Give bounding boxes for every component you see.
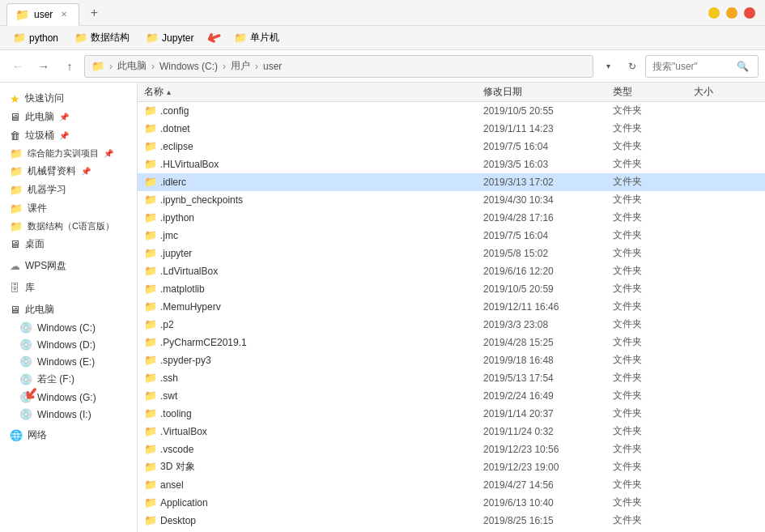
col-header-name[interactable]: 名称 ▴ [144, 85, 483, 99]
table-row[interactable]: 📁 .dotnet 2019/1/11 14:23 文件夹 [138, 120, 765, 138]
file-name-cell: 📁 .jmc [144, 229, 483, 241]
table-row[interactable]: 📁 .ipython 2019/4/28 17:16 文件夹 [138, 209, 765, 227]
up-button[interactable]: ↑ [58, 55, 81, 78]
new-tab-button[interactable]: + [83, 2, 105, 24]
file-date-cell: 2019/4/28 17:16 [483, 212, 613, 223]
sidebar-item-robot[interactable]: 📁 机械臂资料 📌 [0, 162, 137, 181]
sidebar-item-ml[interactable]: 📁 机器学习 [0, 181, 137, 199]
table-row[interactable]: 📁 .jmc 2019/7/5 16:04 文件夹 [138, 227, 765, 245]
address-segment-drive[interactable]: Windows (C:) [159, 61, 218, 72]
sidebar-label-drive-d: Windows (D:) [37, 339, 96, 351]
nav-bar: ← → ↑ 📁 › 此电脑 › Windows (C:) › 用户 › user… [0, 50, 765, 83]
table-row[interactable]: 📁 .LdVirtualBox 2019/6/16 12:20 文件夹 [138, 262, 765, 280]
table-row[interactable]: 📁 .swt 2019/2/24 16:49 文件夹 [138, 387, 765, 405]
file-name-text: .jupyter [160, 248, 192, 259]
file-name-text: .eclipse [160, 141, 193, 152]
sidebar-label-library: 库 [25, 281, 35, 295]
file-name-text: ansel [160, 479, 184, 491]
folder-icon: 📁 [144, 479, 157, 491]
tab-close-button[interactable]: ✕ [57, 8, 70, 21]
table-row[interactable]: 📁 .spyder-py3 2019/9/18 16:48 文件夹 [138, 351, 765, 369]
disk-icon-i: 💿 [19, 408, 32, 420]
table-row[interactable]: 📁 Application 2019/6/13 10:40 文件夹 [138, 494, 765, 512]
file-date-cell: 2019/2/24 16:49 [483, 390, 613, 402]
file-type-cell: 文件夹 [613, 406, 694, 420]
table-row[interactable]: 📁 .tooling 2019/1/14 20:37 文件夹 [138, 405, 765, 423]
file-date-cell: 2019/10/5 20:59 [483, 283, 613, 295]
table-row[interactable]: 📁 .idlerc 2019/3/13 17:02 文件夹 [138, 173, 765, 191]
table-row[interactable]: 📁 .HLVirtualBox 2019/3/5 16:03 文件夹 [138, 155, 765, 173]
close-button[interactable] [744, 7, 755, 19]
bookmark-python[interactable]: 📁 python [6, 29, 65, 46]
address-bar[interactable]: 📁 › 此电脑 › Windows (C:) › 用户 › user [84, 55, 593, 78]
sidebar-item-this-pc-top[interactable]: 🖥 此电脑 📌 [0, 108, 137, 126]
bookmark-label: python [29, 32, 58, 44]
table-row[interactable]: 📁 Desktop 2019/8/25 16:15 文件夹 [138, 512, 765, 530]
maximize-button[interactable] [726, 7, 737, 19]
table-row[interactable]: 📁 ansel 2019/4/27 14:56 文件夹 [138, 476, 765, 494]
col-header-size[interactable]: 大小 [694, 85, 759, 99]
sidebar-item-quick-access[interactable]: ★ 快速访问 [0, 89, 137, 108]
folder-icon-course: 📁 [10, 202, 23, 215]
bookmark-datastructure[interactable]: 📁 数据结构 [68, 28, 136, 47]
table-row[interactable]: 📁 .matplotlib 2019/10/5 20:59 文件夹 [138, 280, 765, 298]
sidebar-item-this-pc[interactable]: 🖥 此电脑 [0, 300, 137, 319]
col-header-type[interactable]: 类型 [613, 85, 694, 99]
sidebar-label-quick-access: 快速访问 [25, 92, 64, 105]
bookmark-label4: 单片机 [250, 31, 279, 45]
table-row[interactable]: 📁 .jupyter 2019/5/8 15:02 文件夹 [138, 245, 765, 262]
table-row[interactable]: 📁 3D 对象 2019/12/23 19:00 文件夹 [138, 458, 765, 476]
sidebar-item-drive-c[interactable]: 💿 Windows (C:) [0, 319, 137, 336]
col-header-date[interactable]: 修改日期 [483, 85, 613, 99]
address-segment-computer[interactable]: 此电脑 [117, 59, 147, 73]
forward-button[interactable]: → [32, 55, 55, 78]
address-segment-users[interactable]: 用户 [231, 59, 250, 73]
table-row[interactable]: 📁 .vscode 2019/12/23 10:56 文件夹 [138, 440, 765, 458]
file-type-cell: 文件夹 [613, 317, 694, 331]
table-row[interactable]: 📁 .config 2019/10/5 20:55 文件夹 [138, 102, 765, 120]
minimize-button[interactable] [708, 7, 720, 19]
window-controls [708, 7, 765, 19]
sidebar-item-network[interactable]: 🌐 网络 [0, 426, 137, 445]
table-row[interactable]: 📁 .eclipse 2019/7/5 16:04 文件夹 [138, 138, 765, 155]
table-row[interactable]: 📁 .ipynb_checkpoints 2019/4/30 10:34 文件夹 [138, 191, 765, 209]
bookmark-microcontroller[interactable]: 📁 单片机 [227, 28, 286, 47]
search-box[interactable]: 🔍 [645, 55, 759, 78]
sidebar-item-ds[interactable]: 📁 数据结构（C语言版） [0, 218, 137, 235]
sidebar-item-drive-d[interactable]: 💿 Windows (D:) [0, 336, 137, 353]
sidebar-item-drive-i[interactable]: 💿 Windows (I:) [0, 406, 137, 423]
folder-icon: 📁 [144, 496, 157, 509]
bookmark-jupyter[interactable]: 📁 Jupyter [139, 29, 200, 46]
back-button[interactable]: ← [6, 55, 29, 78]
sidebar-item-course[interactable]: 📁 课件 [0, 199, 137, 218]
file-date-cell: 2019/5/8 15:02 [483, 248, 613, 259]
file-name-text: .idlerc [160, 177, 186, 188]
sidebar-item-trash[interactable]: 🗑 垃圾桶 📌 [0, 126, 137, 145]
address-segment-user[interactable]: user [263, 61, 282, 72]
dropdown-button[interactable]: ▾ [597, 55, 619, 78]
table-row[interactable]: 📁 .VirtualBox 2019/11/24 0:32 文件夹 [138, 423, 765, 440]
table-row[interactable]: 📁 .p2 2019/3/3 23:08 文件夹 [138, 316, 765, 334]
sidebar-item-drive-f[interactable]: 💿 若尘 (F:) [0, 370, 137, 389]
sidebar-item-drive-g[interactable]: 💿 Windows (G:) [0, 389, 137, 406]
search-input[interactable] [652, 61, 733, 72]
table-row[interactable]: 📁 .MemuHyperv 2019/12/11 16:46 文件夹 [138, 298, 765, 316]
window-tab[interactable]: 📁 user ✕ [6, 3, 79, 26]
sidebar-item-training[interactable]: 📁 综合能力实训项目 📌 [0, 145, 137, 162]
sidebar-item-library[interactable]: 🗄 库 [0, 279, 137, 297]
trash-icon: 🗑 [10, 130, 20, 142]
file-type-cell: 文件夹 [613, 353, 694, 367]
folder-icon-ds: 📁 [10, 220, 23, 232]
file-name-text: .MemuHyperv [160, 301, 221, 313]
refresh-button[interactable]: ↻ [623, 57, 642, 76]
file-type-cell: 文件夹 [613, 175, 694, 189]
sidebar-item-desktop[interactable]: 🖥 桌面 [0, 235, 137, 253]
file-date-cell: 2019/4/30 10:34 [483, 194, 613, 206]
table-row[interactable]: 📁 .ssh 2019/5/13 17:54 文件夹 [138, 369, 765, 387]
folder-icon: 📁 [144, 265, 157, 277]
file-name-cell: 📁 ansel [144, 479, 483, 491]
file-name-cell: 📁 .ssh [144, 372, 483, 384]
table-row[interactable]: 📁 .PyCharmCE2019.1 2019/4/28 15:25 文件夹 [138, 334, 765, 351]
sidebar-item-drive-e[interactable]: 💿 Windows (E:) [0, 353, 137, 370]
sidebar-item-wps[interactable]: ☁ WPS网盘 [0, 257, 137, 275]
